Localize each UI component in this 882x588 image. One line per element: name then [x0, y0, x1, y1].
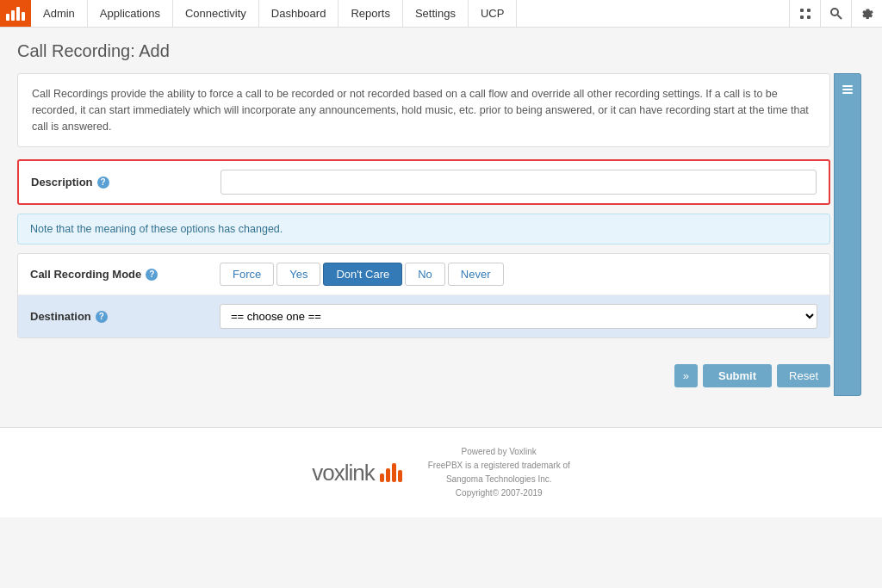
svg-rect-0	[800, 9, 804, 12]
svg-line-5	[838, 15, 842, 20]
notifications-icon-button[interactable]	[789, 0, 820, 27]
nav-item-admin[interactable]: Admin	[31, 0, 88, 27]
logo	[0, 0, 31, 27]
nav-item-reports[interactable]: Reports	[339, 0, 403, 27]
destination-row: Destination ? == choose one ==	[18, 295, 829, 337]
footer-trademark: FreePBX is a registered trademark of	[428, 459, 570, 473]
logo-bar-4	[22, 12, 25, 21]
destination-control: == choose one ==	[220, 304, 817, 329]
page-title: Call Recording: Add	[17, 41, 861, 61]
footer-logo-text: voxlink	[312, 460, 374, 486]
footer-logo-bars	[380, 463, 402, 482]
svg-rect-3	[807, 15, 811, 19]
description-row: Description ?	[19, 161, 829, 203]
info-box: Call Recordings provide the ability to f…	[17, 73, 830, 147]
main-content: Call Recording: Add Call Recordings prov…	[0, 28, 879, 410]
recording-mode-card: Call Recording Mode ? Force Yes Don't Ca…	[17, 253, 830, 338]
footer-bar-2	[386, 468, 390, 482]
svg-rect-8	[842, 92, 853, 94]
nav-item-ucp[interactable]: UCP	[469, 0, 517, 27]
search-icon-button[interactable]	[820, 0, 851, 27]
nav-item-applications[interactable]: Applications	[88, 0, 173, 27]
footer-bar-3	[392, 463, 396, 482]
side-panel-button[interactable]	[834, 73, 861, 396]
recording-mode-row: Call Recording Mode ? Force Yes Don't Ca…	[18, 254, 829, 295]
footer-bar-1	[380, 473, 384, 482]
description-control	[220, 170, 817, 195]
svg-rect-1	[807, 9, 811, 12]
form-area: Call Recordings provide the ability to f…	[17, 73, 830, 396]
settings-icon-button[interactable]	[851, 0, 882, 27]
arrow-button[interactable]: »	[674, 364, 698, 387]
description-label: Description ?	[31, 176, 220, 189]
footer-logo: voxlink	[312, 460, 401, 486]
footer-copyright: Copyright© 2007-2019	[428, 486, 570, 500]
logo-bar-1	[6, 14, 9, 21]
destination-label: Destination ?	[30, 310, 220, 323]
recording-mode-buttons: Force Yes Don't Care No Never	[220, 263, 817, 286]
nav-item-settings[interactable]: Settings	[403, 0, 469, 27]
footer-bar-4	[398, 470, 402, 482]
logo-bar-3	[16, 7, 20, 21]
svg-rect-2	[800, 15, 804, 19]
footer-buttons: » Submit Reset	[17, 347, 830, 396]
submit-button[interactable]: Submit	[703, 364, 772, 387]
description-input[interactable]	[220, 170, 817, 195]
svg-rect-7	[842, 89, 853, 90]
mode-dont-care-button[interactable]: Don't Care	[323, 263, 402, 286]
svg-point-4	[831, 9, 838, 15]
destination-select[interactable]: == choose one ==	[220, 304, 817, 329]
footer-powered-by: Powered by Voxlink	[428, 445, 570, 459]
page-footer: voxlink Powered by Voxlink FreePBX is a …	[0, 427, 882, 517]
top-navigation: Admin Applications Connectivity Dashboar…	[0, 0, 882, 28]
note-text: Note that the meaning of these options h…	[30, 223, 283, 235]
mode-force-button[interactable]: Force	[220, 263, 274, 286]
logo-bars	[6, 7, 25, 21]
svg-rect-6	[842, 85, 853, 87]
footer-text: Powered by Voxlink FreePBX is a register…	[428, 445, 570, 500]
footer-company: Sangoma Technologies Inc.	[428, 473, 570, 486]
destination-help-icon[interactable]: ?	[96, 311, 108, 323]
nav-icons	[789, 0, 882, 27]
recording-mode-btn-group: Force Yes Don't Care No Never	[220, 263, 817, 286]
recording-mode-help-icon[interactable]: ?	[146, 269, 158, 281]
note-box: Note that the meaning of these options h…	[17, 214, 830, 244]
info-text: Call Recordings provide the ability to f…	[32, 88, 809, 133]
nav-item-dashboard[interactable]: Dashboard	[259, 0, 339, 27]
description-card: Description ?	[17, 159, 830, 205]
logo-bar-2	[11, 10, 15, 21]
mode-no-button[interactable]: No	[405, 263, 445, 286]
nav-item-connectivity[interactable]: Connectivity	[173, 0, 259, 27]
recording-mode-label: Call Recording Mode ?	[30, 268, 220, 281]
content-wrapper: Call Recordings provide the ability to f…	[17, 73, 861, 396]
reset-button[interactable]: Reset	[777, 364, 830, 387]
nav-items: Admin Applications Connectivity Dashboar…	[31, 0, 789, 27]
description-help-icon[interactable]: ?	[97, 176, 109, 189]
mode-yes-button[interactable]: Yes	[276, 263, 320, 286]
mode-never-button[interactable]: Never	[448, 263, 504, 286]
